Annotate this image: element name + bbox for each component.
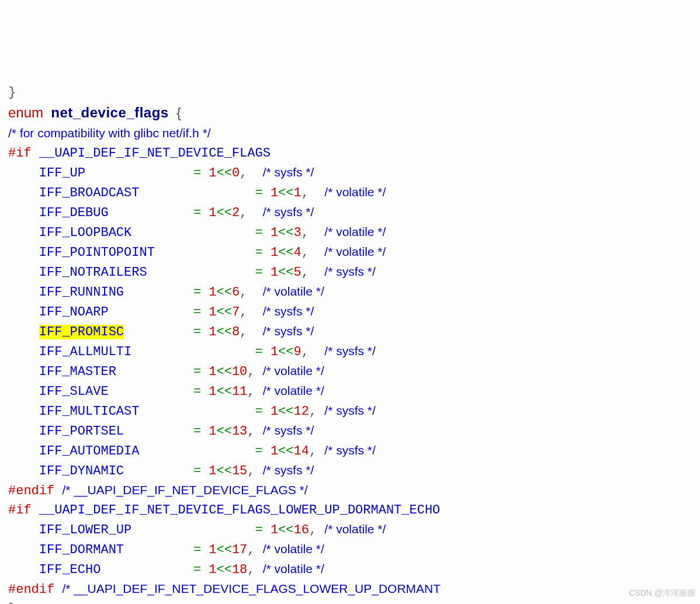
enum-row: IFF_SLAVE = 1<<11, /* volatile */ <box>8 381 692 401</box>
enum-row: IFF_DEBUG = 1<<2, /* sysfs */ <box>8 203 692 223</box>
ifdef: #if __UAPI_DEF_IF_NET_DEVICE_FLAGS_LOWER… <box>8 501 692 520</box>
enum-row: IFF_DYNAMIC = 1<<15, /* sysfs */ <box>8 461 692 481</box>
enum-row: IFF_PROMISC = 1<<8, /* sysfs */ <box>8 322 692 342</box>
enum-row: IFF_UP = 1<<0, /* sysfs */ <box>8 163 692 183</box>
enum-row: IFF_POINTOPOINT = 1<<4, /* volatile */ <box>8 242 692 262</box>
stray-brace: } <box>8 83 692 102</box>
close-brace: }; <box>8 599 692 604</box>
enum-row: IFF_AUTOMEDIA = 1<<14, /* sysfs */ <box>8 441 692 461</box>
enum-row: IFF_LOWER_UP = 1<<16, /* volatile */ <box>8 520 692 540</box>
watermark: CSDN @浑浑噩噩 <box>629 587 695 599</box>
ifdef: #if __UAPI_DEF_IF_NET_DEVICE_FLAGS <box>8 144 692 163</box>
compat-comment: /* for compatibility with glibc net/if.h… <box>8 124 692 144</box>
code-block: }enum net_device_flags {/* for compatibi… <box>8 83 692 604</box>
enum-row: IFF_ALLMULTI = 1<<9, /* sysfs */ <box>8 342 692 362</box>
enum-row: IFF_ECHO = 1<<18, /* volatile */ <box>8 560 692 579</box>
enum-row: IFF_MASTER = 1<<10, /* volatile */ <box>8 362 692 381</box>
endif: #endif /* __UAPI_DEF_IF_NET_DEVICE_FLAGS… <box>8 579 692 599</box>
enum-row: IFF_MULTICAST = 1<<12, /* sysfs */ <box>8 401 692 421</box>
enum-decl: enum net_device_flags { <box>8 102 692 124</box>
enum-row: IFF_RUNNING = 1<<6, /* volatile */ <box>8 282 692 302</box>
enum-row: IFF_LOOPBACK = 1<<3, /* volatile */ <box>8 223 692 242</box>
enum-row: IFF_NOARP = 1<<7, /* sysfs */ <box>8 302 692 322</box>
enum-row: IFF_BROADCAST = 1<<1, /* volatile */ <box>8 183 692 203</box>
endif: #endif /* __UAPI_DEF_IF_NET_DEVICE_FLAGS… <box>8 481 692 501</box>
enum-row: IFF_DORMANT = 1<<17, /* volatile */ <box>8 540 692 560</box>
enum-row: IFF_PORTSEL = 1<<13, /* sysfs */ <box>8 421 692 441</box>
enum-row: IFF_NOTRAILERS = 1<<5, /* sysfs */ <box>8 262 692 282</box>
